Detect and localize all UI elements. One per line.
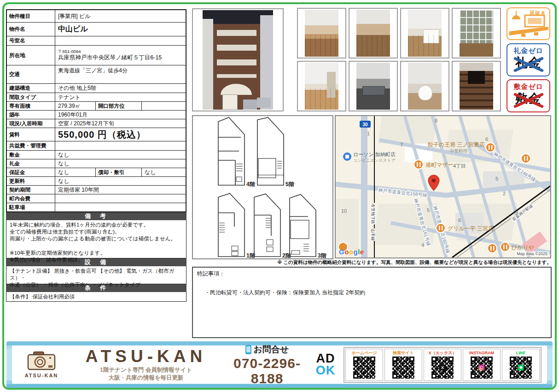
tagline-1: 1階テナント専門 会員制情報サイト [100, 367, 192, 373]
qr-code-icon [510, 357, 532, 379]
table-row: 物件種目[事業用] ビル [7, 10, 186, 23]
remarks-text: 1年未満に解約の場合、賃料1ヶ月分の違約金が必要です。 全ての補修費用は借主負担… [6, 220, 186, 258]
footer-band: ATSU-KAN ATSU-KAN 1階テナント専門 会員制情報サイト大阪・兵庫… [6, 341, 553, 388]
photo-interior-1 [297, 8, 346, 59]
rent-amount: 550,000 円（税込） [55, 128, 186, 141]
floorplan-1f [218, 193, 245, 257]
photo-interior-3 [400, 8, 449, 59]
google-logo: Google [339, 248, 364, 256]
floorplan-label-4f: 4階 [246, 181, 256, 187]
ok-label: OK [312, 365, 339, 377]
qr-line: LINE [502, 349, 540, 381]
photo-toilet [400, 61, 449, 111]
svg-text:港町マザー: 港町マザー [425, 162, 454, 168]
contact-block: お問合せ 070-2296-8188 [227, 344, 308, 386]
svg-text:市営地下鉄・山手線: 市営地下鉄・山手線 [371, 204, 375, 241]
floorplan-5f [257, 117, 284, 185]
svg-text:6: 6 [458, 217, 461, 223]
property-flyer-page: 物件種目[事業用] ビル 物件名中山ビル 号室名 所在地〒651-0094兵庫県… [0, 0, 559, 392]
svg-text:30: 30 [362, 122, 368, 127]
qr-code-icon [392, 357, 414, 379]
svg-text:1: 1 [367, 131, 370, 136]
svg-text:3: 3 [515, 210, 518, 216]
table-row: 建築構造その他 地上5階 [7, 84, 186, 93]
camera-logo-icon [27, 351, 56, 370]
contact-label: お問合せ [254, 344, 289, 356]
qr-x: X（エックス） [424, 349, 461, 381]
zip-code: 〒651-0094 [58, 49, 81, 54]
floorplan-3f [290, 194, 316, 257]
property-detail-column: 物件種目[事業用] ビル 物件名中山ビル 号室名 所在地〒651-0094兵庫県… [6, 9, 186, 302]
property-table: 物件種目[事業用] ビル 物件名中山ビル 号室名 所在地〒651-0094兵庫県… [6, 9, 186, 212]
table-row: 町内会費 [7, 194, 186, 203]
svg-text:8: 8 [435, 118, 437, 123]
location-map: 神戸市道葺合北158号線 神戸市道葺合北146号線 神戸市道葺合北161号線 神… [335, 115, 551, 258]
table-row: 号室名 [7, 36, 186, 46]
line-logo-icon [518, 364, 524, 370]
equipment-text: 【テナント設備】 居抜き・飲食店可 【その他】 電気・ガス（都市ガス）・ 水道（… [6, 266, 186, 284]
logo-wordmark: ATSU-KAN [17, 373, 65, 378]
floorplan-panel: 4階 5階 1階 2階 [192, 115, 333, 259]
table-row: 物件名中山ビル [7, 23, 186, 36]
brand-block: ATSU-KAN 1階テナント専門 会員制情報サイト大阪・兵庫の情報を毎日更新 [70, 348, 222, 381]
phone-number: 070-2296-8188 [227, 356, 308, 386]
table-row: 交通東海道線「三ノ宮」徒歩4分 [7, 65, 186, 84]
map-route-shield: 30 [360, 121, 371, 128]
table-row: 礼金なし [7, 159, 186, 168]
qr-code-icon [431, 357, 454, 379]
photo-corridor-window [452, 8, 501, 59]
tagline-2: 大阪・兵庫の情報を毎日更新 [108, 374, 183, 381]
table-row-deposit: 保証金なし償却・敷引なし [7, 168, 186, 177]
table-row: 共益費・管理費 [7, 141, 186, 151]
qr-code-strip: ホームページ 検索サイト X（エックス） INSTAGRAM LINE [344, 347, 542, 383]
footer-content: ATSU-KAN ATSU-KAN 1階テナント専門 会員制情報サイト大阪・兵庫… [12, 345, 547, 384]
floorplan-label-3f: 3階 [318, 252, 327, 258]
remarks-header: 備 考 [6, 212, 186, 220]
shikikin-zero-title: 敷金ゼロ [507, 82, 549, 91]
floorplan-4f [218, 117, 245, 185]
ad-label: AD [312, 353, 339, 365]
property-name: 中山ビル [55, 23, 186, 36]
photo-interior-4 [297, 61, 346, 111]
svg-text:10: 10 [341, 208, 347, 214]
qr-code-icon [471, 357, 493, 379]
table-row-area: 専有面積279.39㎡開口部方位 [7, 102, 186, 111]
special-notes-box: 特記事項： ・民泊転貸可・法人契約可・保険：保険要加入 当社指定 2年契約 [192, 267, 552, 338]
map-copyright: Map data ©2025 [515, 252, 549, 256]
svg-text:5: 5 [427, 207, 430, 213]
mobile-phone-icon [245, 345, 251, 354]
conditions-text: 【条件】 保証会社利用必須 [6, 292, 186, 302]
svg-text:7: 7 [400, 142, 403, 147]
brand-name: ATSU-KAN [70, 348, 222, 365]
table-row: 契約期間定期借家 10年間 [7, 186, 186, 194]
table-row-address: 所在地〒651-0094兵庫県神戸市中央区琴ノ緒町５丁目6-15 [7, 46, 186, 65]
x-logo-icon [440, 364, 446, 370]
svg-text:ローソン 加納町店: ローソン 加納町店 [353, 152, 396, 157]
floorplan-2f [254, 194, 280, 257]
qr-instagram: INSTAGRAM [463, 349, 501, 381]
photo-staircase [452, 61, 501, 111]
reikin-zero-title: 礼金ゼロ [507, 47, 549, 55]
badge-shikikin-zero: 敷金ゼロ 敷金 [507, 79, 550, 112]
table-row: 敷金なし [7, 151, 186, 159]
special-notes-title: 特記事項： [197, 270, 547, 278]
table-row-rent: 賃料550,000 円（税込） [7, 128, 186, 141]
instagram-logo-icon [479, 364, 485, 370]
qr-search-site: 検索サイト [384, 349, 422, 381]
svg-text:餃子の王将 三ノ宮東店: 餃子の王将 三ノ宮東店 [428, 141, 485, 148]
table-row: 間取タイプテナント [7, 93, 186, 102]
shikikin-crossed-text: 敷金 [515, 92, 542, 106]
photo-interior-2 [349, 8, 398, 59]
ad-ok-block: AD OK [312, 353, 339, 376]
table-row: 駐車場 [7, 203, 186, 211]
table-row: 更新料なし [7, 177, 186, 186]
table-row: 築年1960年01月 [7, 111, 186, 119]
floorplan-drawings: 4階 5階 1階 2階 [193, 116, 332, 258]
badge-reikin-zero: 礼金ゼロ 礼金 [507, 43, 550, 76]
map-drawing: 神戸市道葺合北158号線 神戸市道葺合北146号線 神戸市道葺合北161号線 神… [336, 116, 550, 257]
svg-text:中華料理: 中華料理 [450, 148, 468, 153]
svg-text:ひかりや: ひかりや [512, 244, 534, 251]
svg-text:5: 5 [495, 176, 498, 181]
floorplan-label-5f: 5階 [285, 181, 295, 187]
disclaimer-note: ※ この資料は物件の概略紹介資料になります。写真、間取図面、設備、概要などが現況… [192, 259, 552, 266]
